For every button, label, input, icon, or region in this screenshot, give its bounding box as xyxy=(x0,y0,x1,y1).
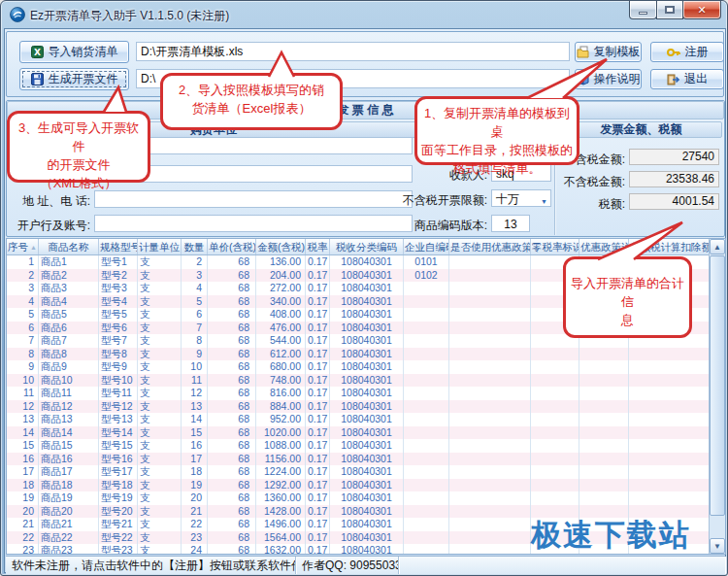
table-cell xyxy=(404,479,449,492)
table-cell: 6 xyxy=(7,322,39,335)
table-cell: 型号21 xyxy=(99,518,138,531)
table-cell: 340.00 xyxy=(256,295,306,309)
import-path-input[interactable]: D:\开票清单模板.xls xyxy=(136,42,570,61)
address-input[interactable] xyxy=(94,190,413,208)
column-header[interactable]: 零税率标识 xyxy=(531,239,579,254)
table-row[interactable]: 17商品17型号17支18681224.000.17108040301 xyxy=(7,465,725,479)
watermark: 极速下载站 xyxy=(531,515,691,556)
table-cell: 型号16 xyxy=(99,453,138,466)
table-row[interactable]: 12商品12型号12支1368884.000.17108040301 xyxy=(7,400,725,414)
table-cell: 0101 xyxy=(404,255,449,269)
table-cell: 支 xyxy=(138,295,182,309)
column-header[interactable]: 单价(含税) xyxy=(208,239,256,254)
table-row[interactable]: 10商品10型号10支1168748.000.17108040301 xyxy=(7,374,725,388)
table-cell: 68 xyxy=(208,308,256,322)
table-cell: 支 xyxy=(138,348,182,361)
table-cell xyxy=(579,465,629,479)
callout-copy-to-desktop: 1、复制开票清单的模板到桌 面等工作目录，按照模板的 格式填写清单。 xyxy=(414,96,579,165)
table-cell: 0.17 xyxy=(306,453,330,466)
table-cell: 68 xyxy=(208,518,256,531)
table-cell: 型号6 xyxy=(99,322,138,335)
table-cell xyxy=(629,479,711,492)
table-cell: 68 xyxy=(208,322,256,335)
table-row[interactable]: 19商品19型号19支20681360.000.17108040301 xyxy=(7,491,725,505)
scrollbar-thumb[interactable] xyxy=(710,255,725,516)
column-header[interactable]: 计量单位 xyxy=(138,239,182,254)
register-button-label: 注册 xyxy=(685,44,709,60)
table-cell: 型号12 xyxy=(99,400,138,414)
table-cell xyxy=(449,544,531,555)
column-header[interactable]: 规格型号 xyxy=(99,239,138,254)
close-button[interactable]: ✕ xyxy=(682,1,721,19)
table-cell xyxy=(404,413,449,426)
table-cell xyxy=(531,491,579,505)
table-cell: 商品14 xyxy=(39,426,99,440)
table-row[interactable]: 18商品18型号18支19681292.000.17108040301 xyxy=(7,479,725,492)
table-cell: 商品21 xyxy=(39,518,99,531)
table-row[interactable]: 14商品14型号14支15681020.000.17108040301 xyxy=(7,426,725,440)
table-cell xyxy=(531,465,579,479)
scrollbar[interactable]: ▲ ▼ xyxy=(709,239,725,554)
table-cell: 68 xyxy=(208,295,256,309)
table-cell: 108040301 xyxy=(330,360,404,374)
column-header[interactable]: 税率 xyxy=(306,239,330,254)
table-cell xyxy=(579,453,629,466)
table-cell: 支 xyxy=(138,374,182,388)
table-cell: 0.17 xyxy=(306,360,330,374)
column-header[interactable]: 商品名称 xyxy=(39,239,99,254)
titlebar[interactable]: Ez开票清单导入助手 V1.1.5.0 (未注册) ✕ xyxy=(1,1,727,28)
table-cell: 108040301 xyxy=(330,479,404,492)
column-header[interactable]: 金额(含税) xyxy=(256,239,306,254)
table-cell: 68 xyxy=(208,360,256,374)
table-cell: 12 xyxy=(7,400,39,414)
table-cell xyxy=(404,518,449,531)
limit-select[interactable]: 十万 ▼ xyxy=(491,189,551,207)
column-header[interactable]: 序号▲ xyxy=(7,239,39,254)
chevron-down-icon[interactable]: ▼ xyxy=(541,194,547,207)
table-cell: 商品18 xyxy=(39,479,99,492)
table-cell: 20 xyxy=(182,491,208,505)
scrollbar-up-button[interactable]: ▲ xyxy=(710,239,725,254)
column-header[interactable]: 税收分类编码 xyxy=(330,239,404,254)
table-cell xyxy=(404,544,449,555)
table-cell: 68 xyxy=(208,413,256,426)
table-cell xyxy=(449,439,531,453)
code-version-input[interactable]: 13 xyxy=(491,215,530,232)
table-row[interactable]: 16商品16型号16支17681156.000.17108040301 xyxy=(7,453,725,466)
exit-button[interactable]: 退出 xyxy=(650,69,724,89)
table-cell xyxy=(579,491,629,505)
bank-input[interactable] xyxy=(94,215,413,232)
table-cell: 支 xyxy=(138,453,182,466)
table-row[interactable]: 9商品9型号9支1068680.000.17108040301 xyxy=(7,360,725,374)
table-cell xyxy=(629,374,711,388)
table-cell: 0.17 xyxy=(306,348,330,361)
table-cell: 1632.00 xyxy=(256,544,306,555)
table-cell xyxy=(404,360,449,374)
table-row[interactable]: 15商品15型号15支16681088.000.17108040301 xyxy=(7,439,725,453)
table-cell: 11 xyxy=(182,374,208,388)
table-row[interactable]: 11商品11型号11支1268816.000.17108040301 xyxy=(7,387,725,400)
table-cell: 108040301 xyxy=(330,374,404,388)
svg-text:X: X xyxy=(34,48,41,57)
column-header[interactable]: 数量 xyxy=(182,239,208,254)
table-cell: 商品4 xyxy=(39,295,99,309)
import-list-button[interactable]: X 导入销货清单 xyxy=(19,41,129,63)
minimize-button[interactable] xyxy=(629,1,657,19)
table-cell xyxy=(629,426,711,440)
table-cell: 4 xyxy=(7,295,39,309)
column-header[interactable]: 企业自编码 xyxy=(404,239,449,254)
table-cell: 108040301 xyxy=(330,282,404,295)
table-cell: 68 xyxy=(208,387,256,400)
table-cell: 476.00 xyxy=(256,322,306,335)
table-cell: 商品12 xyxy=(39,400,99,414)
table-cell: 16 xyxy=(7,453,39,466)
register-button[interactable]: 注册 xyxy=(650,42,724,62)
table-cell: 204.00 xyxy=(256,269,306,283)
scrollbar-down-button[interactable]: ▼ xyxy=(710,538,725,554)
maximize-button[interactable] xyxy=(656,1,683,19)
table-row[interactable]: 13商品13型号13支1468952.000.17108040301 xyxy=(7,413,725,426)
table-row[interactable]: 8商品8型号8支968612.000.17108040301 xyxy=(7,348,725,361)
column-header[interactable]: 是否使用优惠政策 xyxy=(449,239,531,254)
table-cell: 0.17 xyxy=(306,282,330,295)
table-cell: 支 xyxy=(138,426,182,440)
